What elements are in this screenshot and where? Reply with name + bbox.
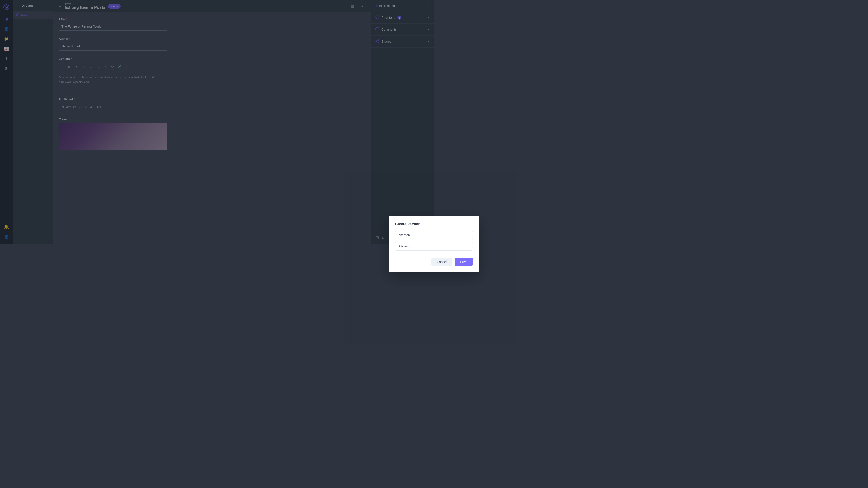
create-version-modal: Create Version Cancel Save [389,216,434,244]
version-name-input[interactable] [395,242,434,244]
modal-overlay[interactable]: Create Version Cancel Save [0,0,434,244]
version-key-input[interactable] [395,231,434,239]
modal-title: Create Version [395,222,434,226]
